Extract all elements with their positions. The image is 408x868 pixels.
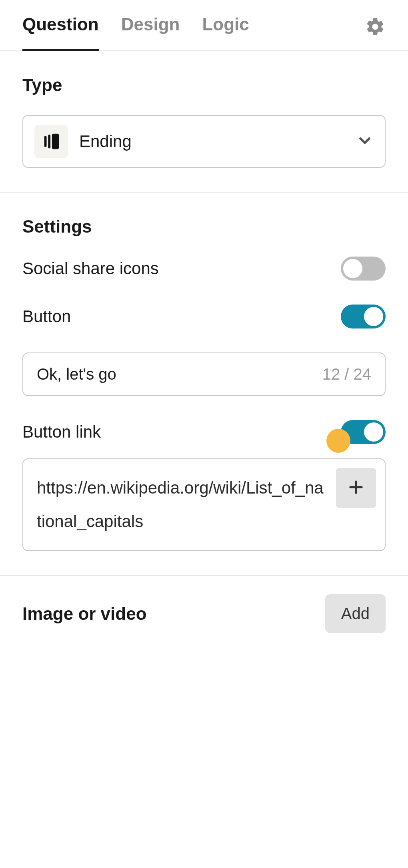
- type-section-title: Type: [22, 75, 386, 95]
- svg-rect-0: [44, 136, 47, 147]
- tab-question[interactable]: Question: [22, 14, 99, 50]
- button-link-toggle[interactable]: [341, 420, 386, 444]
- button-link-add[interactable]: [336, 468, 376, 508]
- button-text-input[interactable]: [37, 365, 314, 383]
- svg-rect-1: [48, 135, 50, 149]
- chevron-down-icon: [356, 132, 374, 151]
- plus-icon: [348, 479, 364, 497]
- button-link-value[interactable]: https://en.wikipedia.org/wiki/List_of_na…: [37, 471, 371, 538]
- add-media-button[interactable]: Add: [325, 594, 386, 633]
- social-share-label: Social share icons: [22, 259, 159, 278]
- ending-icon: [34, 125, 68, 158]
- button-text-field[interactable]: 12 / 24: [22, 352, 386, 396]
- tab-logic[interactable]: Logic: [202, 14, 249, 50]
- svg-rect-2: [52, 134, 59, 149]
- tab-design[interactable]: Design: [121, 14, 180, 50]
- type-dropdown[interactable]: Ending: [22, 115, 386, 168]
- button-link-label: Button link: [22, 422, 101, 442]
- type-selected-label: Ending: [79, 132, 132, 151]
- button-text-char-count: 12 / 24: [314, 365, 371, 383]
- button-link-field[interactable]: https://en.wikipedia.org/wiki/List_of_na…: [22, 458, 386, 551]
- button-toggle[interactable]: [341, 305, 386, 328]
- media-section-title: Image or video: [22, 604, 147, 624]
- tabs: Question Design Logic: [22, 14, 249, 50]
- button-label: Button: [22, 307, 71, 326]
- settings-gear-button[interactable]: [365, 16, 386, 48]
- gear-icon: [365, 16, 386, 37]
- settings-section-title: Settings: [22, 217, 386, 237]
- social-share-toggle[interactable]: [341, 257, 386, 281]
